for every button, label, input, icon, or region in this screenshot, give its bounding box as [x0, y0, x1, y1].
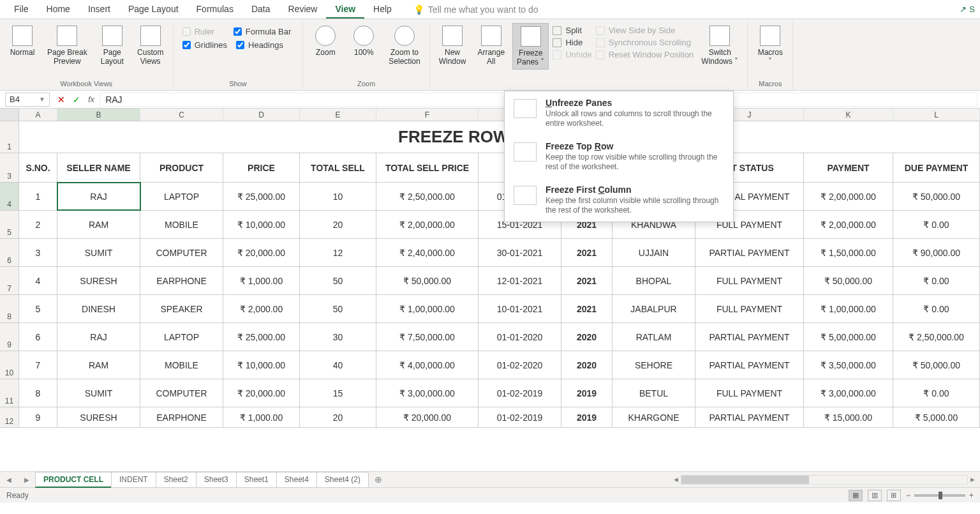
data-cell[interactable]: 20: [300, 211, 376, 238]
fx-icon[interactable]: fx: [88, 94, 94, 104]
data-cell[interactable]: RAM: [57, 211, 140, 238]
header-cell[interactable]: PRODUCT: [140, 153, 223, 182]
chevron-down-icon[interactable]: ▼: [39, 96, 45, 103]
cancel-icon[interactable]: ✕: [57, 94, 65, 105]
zoom-button[interactable]: Zoom: [308, 23, 343, 59]
scrollbar-thumb[interactable]: [681, 476, 809, 484]
enter-icon[interactable]: ✓: [73, 94, 80, 105]
custom-views-button[interactable]: Custom Views: [133, 23, 168, 68]
tell-me[interactable]: 💡 Tell me what you want to do: [413, 4, 538, 15]
column-header-K[interactable]: K: [804, 109, 893, 121]
data-cell[interactable]: ₹ 0.00: [893, 267, 980, 294]
sheet-tab[interactable]: PRODUCT CELL: [35, 472, 112, 488]
data-cell[interactable]: 2021: [561, 239, 612, 266]
data-cell[interactable]: 7: [19, 351, 57, 379]
data-cell[interactable]: BETUL: [612, 379, 695, 407]
menu-tab-formulas[interactable]: Formulas: [188, 1, 242, 19]
zoom-100-button[interactable]: 100%: [346, 23, 381, 59]
data-cell[interactable]: 2020: [561, 323, 612, 351]
zoom-out-icon[interactable]: −: [906, 491, 910, 500]
data-cell[interactable]: FULL PAYMENT: [695, 267, 804, 294]
data-cell[interactable]: ₹ 2,00,000.00: [804, 183, 893, 210]
data-cell[interactable]: ₹ 3,00,000.00: [376, 379, 479, 407]
header-cell[interactable]: TOTAL SELL: [300, 153, 376, 182]
macros-button[interactable]: Macros ˅: [753, 23, 787, 68]
data-cell[interactable]: MOBILE: [140, 211, 223, 238]
data-cell[interactable]: SURESH: [57, 267, 140, 294]
data-cell[interactable]: ₹ 5,00,000.00: [804, 323, 893, 351]
data-cell[interactable]: ₹ 20,000.00: [376, 407, 479, 427]
data-cell[interactable]: PARTIAL PAYMENT: [695, 351, 804, 379]
data-cell[interactable]: EARPHONE: [140, 267, 223, 294]
data-cell[interactable]: FULL PAYMENT: [695, 295, 804, 322]
data-cell[interactable]: ₹ 50,000.00: [804, 267, 893, 294]
data-cell[interactable]: 2021: [561, 295, 612, 322]
data-cell[interactable]: BHOPAL: [612, 267, 695, 294]
formula-bar-checkbox[interactable]: Formula Bar: [234, 27, 292, 36]
data-cell[interactable]: ₹ 50,000.00: [893, 183, 980, 210]
data-cell[interactable]: RAJ: [57, 183, 140, 210]
sheet-tab[interactable]: INDENT: [111, 472, 156, 488]
data-cell[interactable]: ₹ 50,000.00: [893, 351, 980, 379]
data-cell[interactable]: ₹ 1,50,000.00: [804, 239, 893, 266]
gridlines-checkbox[interactable]: Gridlines: [182, 40, 227, 50]
row-header[interactable]: 1: [0, 121, 19, 153]
data-cell[interactable]: FULL PAYMENT: [695, 379, 804, 407]
menu-tab-insert[interactable]: Insert: [79, 1, 119, 19]
data-cell[interactable]: DINESH: [57, 295, 140, 322]
data-cell[interactable]: PARTIAL PAYMENT: [695, 407, 804, 427]
data-cell[interactable]: 1: [19, 183, 57, 210]
data-cell[interactable]: ₹ 10,000.00: [223, 211, 300, 238]
row-header[interactable]: 6: [0, 239, 19, 266]
new-sheet-button[interactable]: ⊕: [368, 473, 389, 486]
data-cell[interactable]: ₹ 3,50,000.00: [804, 351, 893, 379]
page-break-button[interactable]: Page Break Preview: [43, 23, 91, 68]
menu-tab-home[interactable]: Home: [38, 1, 79, 19]
row-header[interactable]: 7: [0, 267, 19, 294]
data-cell[interactable]: 10-01-2021: [479, 295, 561, 322]
data-cell[interactable]: RAJ: [57, 323, 140, 351]
ruler-checkbox[interactable]: Ruler: [182, 27, 214, 36]
data-cell[interactable]: 01-01-2020: [479, 323, 561, 351]
new-window-button[interactable]: New Window: [435, 23, 470, 68]
header-cell[interactable]: PAYMENT: [804, 153, 893, 182]
data-cell[interactable]: ₹ 5,000.00: [893, 407, 980, 427]
data-cell[interactable]: 01-02-2020: [479, 351, 561, 379]
data-cell[interactable]: 01-02-2019: [479, 379, 561, 407]
data-cell[interactable]: 2021: [561, 267, 612, 294]
data-cell[interactable]: ₹ 25,000.00: [223, 183, 300, 210]
data-cell[interactable]: ₹ 2,40,000.00: [376, 239, 479, 266]
data-cell[interactable]: PARTIAL PAYMENT: [695, 323, 804, 351]
column-header-E[interactable]: E: [300, 109, 376, 121]
sheet-tab[interactable]: Sheet4: [276, 472, 317, 488]
column-header-A[interactable]: A: [19, 109, 57, 121]
data-cell[interactable]: ₹ 20,000.00: [223, 239, 300, 266]
title-cell[interactable]: FREEZE ROW AND COLU: [19, 121, 980, 153]
data-cell[interactable]: ₹ 20,000.00: [223, 379, 300, 407]
data-cell[interactable]: 30-01-2021: [479, 239, 561, 266]
data-cell[interactable]: ₹ 1,000.00: [223, 407, 300, 427]
data-cell[interactable]: ₹ 15,000.00: [804, 407, 893, 427]
share-button[interactable]: ↗ S: [960, 4, 975, 14]
header-cell[interactable]: DUE PAYMENT: [893, 153, 980, 182]
data-cell[interactable]: SURESH: [57, 407, 140, 427]
row-header[interactable]: 4: [0, 183, 19, 210]
data-cell[interactable]: ₹ 10,000.00: [223, 351, 300, 379]
data-cell[interactable]: ₹ 1,00,000.00: [376, 295, 479, 322]
column-header-L[interactable]: L: [893, 109, 980, 121]
sheet-tab[interactable]: Sheet3: [196, 472, 237, 488]
menu-tab-help[interactable]: Help: [364, 1, 401, 19]
data-cell[interactable]: 2019: [561, 407, 612, 427]
data-cell[interactable]: 2: [19, 211, 57, 238]
data-cell[interactable]: LAPTOP: [140, 183, 223, 210]
data-cell[interactable]: JABALPUR: [612, 295, 695, 322]
data-cell[interactable]: LAPTOP: [140, 323, 223, 351]
data-cell[interactable]: ₹ 0.00: [893, 379, 980, 407]
header-cell[interactable]: TOTAL SELL PRICE: [376, 153, 479, 182]
data-cell[interactable]: 8: [19, 379, 57, 407]
row-header[interactable]: 9: [0, 323, 19, 351]
data-cell[interactable]: 9: [19, 407, 57, 427]
data-cell[interactable]: ₹ 2,00,000.00: [804, 211, 893, 238]
zoom-slider[interactable]: − +: [906, 491, 974, 500]
zoom-in-icon[interactable]: +: [969, 491, 974, 500]
